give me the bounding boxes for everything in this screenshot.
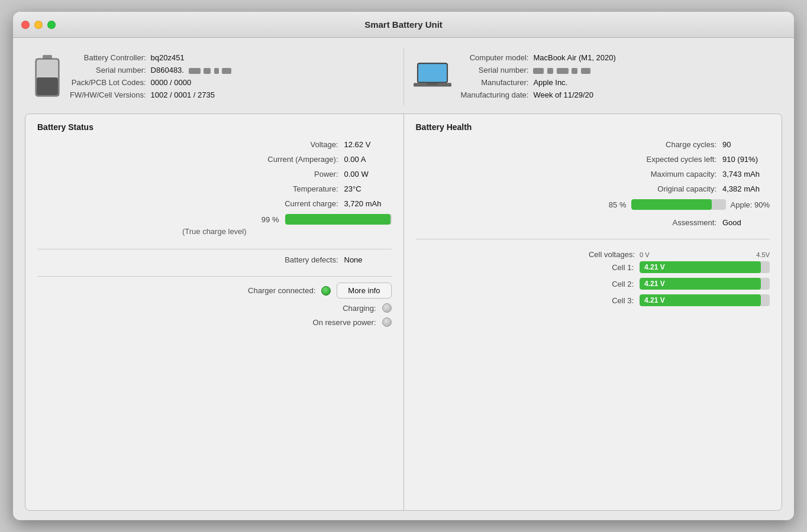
top-info-section: Battery Controller: bq20z451 Serial numb… bbox=[25, 47, 782, 105]
charge-bar-row: 99 % bbox=[37, 214, 392, 225]
fw-hw-value: 1002 / 0001 / 2735 bbox=[151, 90, 232, 99]
charge-cycles-value: 90 bbox=[722, 140, 770, 149]
charge-cycles-label: Charge cycles: bbox=[666, 140, 716, 149]
divider-2 bbox=[37, 276, 392, 277]
mfg-date-value: Week of 11/29/20 bbox=[533, 90, 615, 99]
battery-serial-label: Serial number: bbox=[70, 66, 146, 74]
cell2-value: 4.21 V bbox=[644, 280, 665, 288]
current-row: Current (Amperage): 0.00 A bbox=[37, 155, 392, 164]
battery-controller-label: Battery Controller: bbox=[70, 53, 146, 62]
bottom-panels: Battery Status Voltage: 12.62 V Current … bbox=[25, 113, 782, 511]
maximize-button[interactable] bbox=[47, 21, 56, 29]
cell-max-label: 4.5V bbox=[756, 251, 770, 258]
original-capacity-row: Original capacity: 4,382 mAh bbox=[416, 184, 770, 193]
health-bar-row: 85 % Apple: 90% bbox=[416, 199, 770, 210]
temperature-value: 23°C bbox=[344, 184, 392, 193]
voltage-label: Voltage: bbox=[311, 140, 338, 149]
computer-serial-label: Serial number: bbox=[461, 66, 529, 74]
battery-defects-row: Battery defects: None bbox=[37, 255, 392, 264]
window-controls bbox=[21, 21, 56, 29]
cell3-label: Cell 3: bbox=[612, 296, 634, 305]
computer-model-value: MacBook Air (M1, 2020) bbox=[533, 53, 615, 62]
current-charge-label: Current charge: bbox=[285, 199, 338, 208]
battery-status-panel: Battery Status Voltage: 12.62 V Current … bbox=[25, 114, 404, 510]
health-bar-pct-label: 85 % bbox=[609, 200, 627, 209]
original-capacity-value: 4,382 mAh bbox=[722, 184, 770, 193]
temperature-row: Temperature: 23°C bbox=[37, 184, 392, 193]
mfg-date-label: Manufacturing date: bbox=[461, 90, 529, 99]
max-capacity-value: 3,743 mAh bbox=[722, 170, 770, 179]
svg-rect-3 bbox=[37, 77, 58, 95]
cell3-bar-track: 4.21 V bbox=[640, 294, 770, 306]
battery-defects-value: None bbox=[344, 255, 392, 264]
current-charge-row: Current charge: 3,720 mAh bbox=[37, 199, 392, 208]
cell2-row: Cell 2: 4.21 V bbox=[416, 278, 770, 290]
cell-voltages-section: Cell voltages: 0 V 4.5V Cell 1: 4.21 V bbox=[416, 250, 770, 311]
charge-progress-track bbox=[285, 214, 392, 225]
on-reserve-label: On reserve power: bbox=[313, 318, 376, 327]
window-title: Smart Battery Unit bbox=[364, 20, 443, 30]
expected-cycles-value: 910 (91%) bbox=[722, 155, 770, 164]
expected-cycles-row: Expected cycles left: 910 (91%) bbox=[416, 155, 770, 164]
health-progress-track bbox=[631, 199, 726, 210]
cell1-bar-track: 4.21 V bbox=[640, 261, 770, 273]
power-label: Power: bbox=[314, 170, 338, 179]
battery-health-title: Battery Health bbox=[416, 122, 770, 132]
laptop-icon bbox=[414, 60, 451, 92]
more-info-button[interactable]: More info bbox=[337, 283, 391, 299]
charging-led bbox=[382, 303, 392, 313]
voltage-value: 12.62 V bbox=[344, 140, 392, 149]
lot-codes-value: 0000 / 0000 bbox=[151, 78, 232, 87]
computer-info-panel: Computer model: MacBook Air (M1, 2020) S… bbox=[404, 47, 783, 105]
main-content: Battery Controller: bq20z451 Serial numb… bbox=[13, 38, 794, 520]
divider-1 bbox=[37, 249, 392, 249]
current-charge-value: 3,720 mAh bbox=[344, 199, 392, 208]
minimize-button[interactable] bbox=[34, 21, 43, 29]
health-divider bbox=[416, 239, 770, 239]
cell1-label: Cell 1: bbox=[612, 263, 634, 272]
max-capacity-label: Maximum capacity: bbox=[651, 170, 716, 179]
fw-hw-label: FW/HW/Cell Versions: bbox=[70, 90, 146, 99]
svg-rect-7 bbox=[427, 83, 438, 85]
cell-scale-row: Cell voltages: 0 V 4.5V bbox=[416, 250, 770, 259]
cell1-row: Cell 1: 4.21 V bbox=[416, 261, 770, 273]
battery-info-panel: Battery Controller: bq20z451 Serial numb… bbox=[25, 47, 404, 105]
power-value: 0.00 W bbox=[344, 170, 392, 179]
current-value: 0.00 A bbox=[344, 155, 392, 164]
power-row: Power: 0.00 W bbox=[37, 170, 392, 179]
close-button[interactable] bbox=[21, 21, 30, 29]
battery-serial-value: D860483. bbox=[151, 66, 232, 74]
assessment-label: Assessment: bbox=[673, 218, 716, 227]
health-progress-fill bbox=[631, 199, 712, 210]
max-capacity-row: Maximum capacity: 3,743 mAh bbox=[416, 170, 770, 179]
cell1-bar-fill: 4.21 V bbox=[640, 261, 761, 273]
apple-label: Apple: 90% bbox=[731, 200, 770, 209]
battery-details-grid: Battery Controller: bq20z451 Serial numb… bbox=[70, 53, 231, 99]
assessment-row: Assessment: Good bbox=[416, 218, 770, 227]
computer-model-label: Computer model: bbox=[461, 53, 529, 62]
cell3-value: 4.21 V bbox=[644, 296, 665, 304]
computer-serial-value bbox=[533, 66, 615, 74]
battery-controller-value: bq20z451 bbox=[151, 53, 232, 62]
lot-codes-label: Pack/PCB Lot Codes: bbox=[70, 78, 146, 87]
cell2-bar-track: 4.21 V bbox=[640, 278, 770, 290]
cell2-label: Cell 2: bbox=[612, 280, 634, 288]
on-reserve-row: On reserve power: bbox=[37, 317, 392, 327]
cell1-value: 4.21 V bbox=[644, 263, 665, 271]
cell3-bar-fill: 4.21 V bbox=[640, 294, 761, 306]
manufacturer-value: Apple Inc. bbox=[533, 78, 615, 87]
voltage-row: Voltage: 12.62 V bbox=[37, 140, 392, 149]
temperature-label: Temperature: bbox=[293, 184, 338, 193]
battery-health-panel: Battery Health Charge cycles: 90 Expecte… bbox=[404, 114, 782, 510]
cell-voltages-label: Cell voltages: bbox=[589, 250, 635, 259]
charger-connected-label: Charger connected: bbox=[248, 286, 315, 295]
charge-progress-fill bbox=[285, 214, 390, 225]
battery-status-title: Battery Status bbox=[37, 122, 392, 132]
charging-label: Charging: bbox=[343, 304, 376, 313]
cell-min-label: 0 V bbox=[640, 251, 650, 258]
cell3-row: Cell 3: 4.21 V bbox=[416, 294, 770, 306]
original-capacity-label: Original capacity: bbox=[657, 184, 716, 193]
charge-cycles-row: Charge cycles: 90 bbox=[416, 140, 770, 149]
current-label: Current (Amperage): bbox=[267, 155, 338, 164]
cell-scale-labels: 0 V 4.5V bbox=[640, 251, 770, 258]
